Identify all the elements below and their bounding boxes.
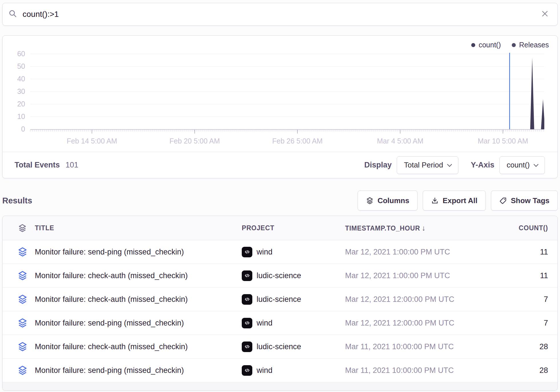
row-title[interactable]: Monitor failure: send-ping (missed_check… (35, 248, 242, 256)
search-input[interactable]: count():>1 (2, 3, 558, 26)
results-actions: Columns Export All Show Tags (358, 191, 558, 211)
issue-layers-icon (10, 270, 35, 281)
row-title[interactable]: Monitor failure: send-ping (missed_check… (35, 366, 242, 375)
count-legend-dot (471, 43, 475, 47)
show-tags-button[interactable]: Show Tags (491, 191, 558, 211)
project-name: wind (257, 248, 273, 256)
svg-text:0: 0 (21, 125, 25, 133)
legend-item-count[interactable]: count() (471, 41, 501, 49)
yaxis-dropdown-value: count() (507, 161, 530, 169)
results-title: Results (2, 196, 32, 205)
export-all-button-label: Export All (443, 196, 478, 205)
row-project[interactable]: wind (242, 365, 345, 376)
svg-text:Feb 14 5:00 AM: Feb 14 5:00 AM (67, 137, 117, 145)
row-timestamp: Mar 12, 2021 12:00:00 PM UTC (345, 319, 482, 328)
chevron-down-icon (534, 162, 539, 167)
table-row[interactable]: Monitor failure: send-ping (missed_check… (3, 359, 557, 382)
svg-text:20: 20 (17, 100, 25, 108)
export-all-button[interactable]: Export All (423, 191, 486, 211)
table-row[interactable]: Monitor failure: check-auth (missed_chec… (3, 288, 557, 311)
row-timestamp: Mar 12, 2021 1:00:00 PM UTC (345, 248, 482, 256)
project-platform-icon (242, 294, 252, 305)
row-project[interactable]: ludic-science (242, 294, 345, 305)
row-title[interactable]: Monitor failure: check-auth (missed_chec… (35, 295, 242, 304)
svg-text:Feb 26 5:00 AM: Feb 26 5:00 AM (272, 137, 323, 145)
columns-button[interactable]: Columns (358, 191, 418, 211)
column-header-count[interactable]: COUNT() (482, 224, 548, 232)
project-name: wind (257, 366, 273, 375)
row-project[interactable]: ludic-science (242, 342, 345, 352)
icon-column-header (10, 224, 35, 233)
project-name: wind (257, 319, 273, 328)
table-row[interactable]: Monitor failure: send-ping (missed_check… (3, 311, 557, 335)
project-platform-icon (242, 318, 252, 328)
svg-text:50: 50 (17, 62, 25, 70)
table-row[interactable]: Monitor failure: check-auth (missed_chec… (3, 335, 557, 359)
svg-text:Mar 4 5:00 AM: Mar 4 5:00 AM (377, 137, 424, 145)
row-count: 11 (482, 248, 548, 256)
row-timestamp: Mar 11, 2021 10:00:00 PM UTC (345, 342, 482, 351)
show-tags-button-label: Show Tags (511, 196, 549, 205)
total-events-label: Total Events (15, 161, 60, 169)
chart-legend: count() Releases (471, 41, 549, 49)
row-timestamp: Mar 12, 2021 1:00:00 PM UTC (345, 271, 482, 280)
display-label: Display (364, 161, 392, 169)
legend-releases-label: Releases (519, 41, 549, 49)
table-footer (3, 382, 557, 391)
project-platform-icon (242, 247, 252, 257)
issue-layers-icon (10, 365, 35, 375)
column-header-timestamp[interactable]: TIMESTAMP.TO_HOUR↓ (345, 224, 482, 233)
sort-descending-icon: ↓ (422, 224, 426, 232)
total-events-value: 101 (66, 161, 78, 169)
close-icon[interactable] (541, 10, 549, 19)
chart-footer: Total Events 101 Display Total Period Y-… (3, 152, 557, 178)
table-row[interactable]: Monitor failure: send-ping (missed_check… (3, 240, 557, 264)
layers-icon (366, 197, 374, 205)
releases-legend-dot (512, 43, 516, 47)
row-count: 28 (482, 366, 548, 375)
legend-item-releases[interactable]: Releases (512, 41, 549, 49)
chevron-down-icon (447, 162, 452, 167)
project-name: ludic-science (257, 271, 301, 280)
svg-text:60: 60 (17, 50, 25, 58)
column-header-title[interactable]: TITLE (35, 224, 242, 232)
row-title[interactable]: Monitor failure: check-auth (missed_chec… (35, 342, 242, 351)
display-dropdown[interactable]: Total Period (397, 156, 458, 174)
table-row[interactable]: Monitor failure: check-auth (missed_chec… (3, 264, 557, 288)
row-project[interactable]: ludic-science (242, 270, 345, 281)
results-header: Results Columns Export All Show Tags (2, 189, 558, 212)
row-project[interactable]: wind (242, 318, 345, 328)
row-project[interactable]: wind (242, 247, 345, 257)
project-platform-icon (242, 270, 252, 281)
svg-text:30: 30 (17, 87, 25, 95)
display-dropdown-value: Total Period (404, 161, 443, 169)
project-name: ludic-science (257, 342, 301, 351)
legend-count-label: count() (479, 41, 501, 49)
events-chart-card: count() Releases 0102030405060Feb 14 5:0… (2, 35, 558, 178)
issue-layers-icon (10, 318, 35, 328)
yaxis-dropdown[interactable]: count() (499, 156, 545, 174)
columns-button-label: Columns (378, 196, 409, 205)
project-name: ludic-science (257, 295, 301, 304)
project-platform-icon (242, 365, 252, 376)
events-over-time-chart: 0102030405060Feb 14 5:00 AMFeb 20 5:00 A… (3, 36, 557, 152)
results-table: TITLE PROJECT TIMESTAMP.TO_HOUR↓ COUNT()… (2, 216, 558, 391)
row-count: 28 (482, 342, 548, 351)
row-count: 11 (482, 271, 548, 280)
svg-text:40: 40 (17, 75, 25, 83)
row-timestamp: Mar 12, 2021 12:00:00 PM UTC (345, 295, 482, 304)
tag-icon (499, 197, 507, 205)
row-title[interactable]: Monitor failure: check-auth (missed_chec… (35, 271, 242, 280)
svg-text:10: 10 (17, 112, 25, 120)
svg-text:Mar 10 5:00 AM: Mar 10 5:00 AM (478, 137, 528, 145)
issue-layers-icon (10, 294, 35, 304)
table-header: TITLE PROJECT TIMESTAMP.TO_HOUR↓ COUNT() (3, 216, 557, 240)
svg-text:Feb 20 5:00 AM: Feb 20 5:00 AM (170, 137, 220, 145)
search-query[interactable]: count():>1 (23, 10, 59, 19)
column-header-project[interactable]: PROJECT (242, 224, 345, 232)
row-count: 7 (482, 319, 548, 328)
row-title[interactable]: Monitor failure: send-ping (missed_check… (35, 319, 242, 328)
row-timestamp: Mar 11, 2021 10:00:00 PM UTC (345, 366, 482, 375)
layers-icon (18, 224, 27, 233)
table-body: Monitor failure: send-ping (missed_check… (3, 240, 557, 382)
